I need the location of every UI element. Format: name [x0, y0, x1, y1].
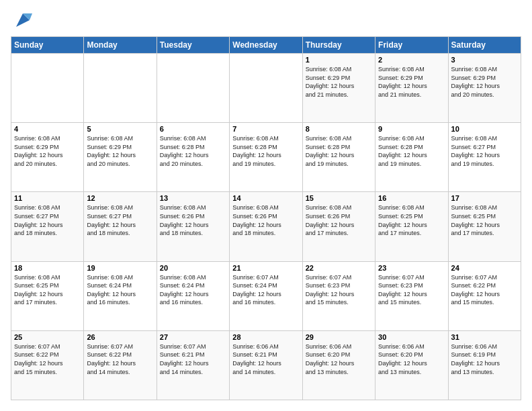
- day-info: Sunrise: 6:08 AM Sunset: 6:25 PM Dayligh…: [451, 203, 518, 237]
- day-info: Sunrise: 6:07 AM Sunset: 6:23 PM Dayligh…: [378, 273, 445, 307]
- weekday-header-thursday: Thursday: [302, 37, 375, 54]
- calendar-cell: 21Sunrise: 6:07 AM Sunset: 6:24 PM Dayli…: [230, 261, 302, 330]
- day-info: Sunrise: 6:08 AM Sunset: 6:28 PM Dayligh…: [306, 134, 372, 168]
- week-row-3: 11Sunrise: 6:08 AM Sunset: 6:27 PM Dayli…: [11, 192, 521, 261]
- logo: [11, 11, 32, 30]
- day-number: 10: [451, 125, 518, 133]
- weekday-header-friday: Friday: [375, 37, 448, 54]
- day-number: 2: [378, 56, 445, 64]
- calendar-cell: 27Sunrise: 6:07 AM Sunset: 6:21 PM Dayli…: [157, 330, 229, 400]
- calendar-cell: 18Sunrise: 6:08 AM Sunset: 6:25 PM Dayli…: [11, 261, 84, 330]
- day-number: 5: [87, 125, 153, 133]
- calendar-cell: 14Sunrise: 6:08 AM Sunset: 6:26 PM Dayli…: [230, 192, 302, 261]
- calendar-cell: 17Sunrise: 6:08 AM Sunset: 6:25 PM Dayli…: [448, 192, 521, 261]
- day-number: 12: [87, 194, 153, 202]
- day-info: Sunrise: 6:08 AM Sunset: 6:24 PM Dayligh…: [160, 273, 226, 307]
- day-info: Sunrise: 6:08 AM Sunset: 6:27 PM Dayligh…: [451, 134, 518, 168]
- calendar-cell: [157, 54, 229, 123]
- day-number: 11: [14, 194, 81, 202]
- week-row-1: 1Sunrise: 6:08 AM Sunset: 6:29 PM Daylig…: [11, 54, 521, 123]
- calendar-cell: 8Sunrise: 6:08 AM Sunset: 6:28 PM Daylig…: [302, 123, 375, 192]
- day-info: Sunrise: 6:08 AM Sunset: 6:28 PM Dayligh…: [232, 134, 299, 168]
- day-info: Sunrise: 6:06 AM Sunset: 6:20 PM Dayligh…: [378, 342, 445, 376]
- day-number: 14: [232, 194, 299, 202]
- calendar-cell: 23Sunrise: 6:07 AM Sunset: 6:23 PM Dayli…: [375, 261, 448, 330]
- day-number: 31: [451, 333, 518, 341]
- calendar-cell: 9Sunrise: 6:08 AM Sunset: 6:28 PM Daylig…: [375, 123, 448, 192]
- day-info: Sunrise: 6:08 AM Sunset: 6:28 PM Dayligh…: [160, 134, 226, 168]
- day-number: 9: [378, 125, 445, 133]
- calendar-cell: 29Sunrise: 6:06 AM Sunset: 6:20 PM Dayli…: [302, 330, 375, 400]
- day-info: Sunrise: 6:07 AM Sunset: 6:22 PM Dayligh…: [87, 342, 153, 376]
- calendar-cell: 20Sunrise: 6:08 AM Sunset: 6:24 PM Dayli…: [157, 261, 229, 330]
- calendar-cell: 15Sunrise: 6:08 AM Sunset: 6:26 PM Dayli…: [302, 192, 375, 261]
- day-info: Sunrise: 6:08 AM Sunset: 6:24 PM Dayligh…: [87, 273, 153, 307]
- day-number: 13: [160, 194, 226, 202]
- calendar-cell: [230, 54, 302, 123]
- calendar-cell: 7Sunrise: 6:08 AM Sunset: 6:28 PM Daylig…: [230, 123, 302, 192]
- calendar-cell: [11, 54, 84, 123]
- weekday-header-sunday: Sunday: [11, 37, 84, 54]
- day-info: Sunrise: 6:06 AM Sunset: 6:19 PM Dayligh…: [451, 342, 518, 376]
- day-info: Sunrise: 6:08 AM Sunset: 6:26 PM Dayligh…: [306, 203, 372, 237]
- calendar-cell: 28Sunrise: 6:06 AM Sunset: 6:21 PM Dayli…: [230, 330, 302, 400]
- week-row-2: 4Sunrise: 6:08 AM Sunset: 6:29 PM Daylig…: [11, 123, 521, 192]
- weekday-header-tuesday: Tuesday: [157, 37, 229, 54]
- day-number: 21: [232, 264, 299, 272]
- day-number: 19: [87, 264, 153, 272]
- calendar-cell: 19Sunrise: 6:08 AM Sunset: 6:24 PM Dayli…: [84, 261, 157, 330]
- day-info: Sunrise: 6:07 AM Sunset: 6:21 PM Dayligh…: [160, 342, 226, 376]
- calendar-cell: 5Sunrise: 6:08 AM Sunset: 6:29 PM Daylig…: [84, 123, 157, 192]
- day-number: 20: [160, 264, 226, 272]
- calendar-cell: 25Sunrise: 6:07 AM Sunset: 6:22 PM Dayli…: [11, 330, 84, 400]
- calendar-cell: 3Sunrise: 6:08 AM Sunset: 6:29 PM Daylig…: [448, 54, 521, 123]
- day-number: 24: [451, 264, 518, 272]
- day-number: 8: [306, 125, 372, 133]
- day-number: 15: [306, 194, 372, 202]
- day-info: Sunrise: 6:07 AM Sunset: 6:22 PM Dayligh…: [451, 273, 518, 307]
- day-info: Sunrise: 6:08 AM Sunset: 6:28 PM Dayligh…: [378, 134, 445, 168]
- day-number: 30: [378, 333, 445, 341]
- calendar: SundayMondayTuesdayWednesdayThursdayFrid…: [11, 36, 521, 400]
- calendar-cell: 24Sunrise: 6:07 AM Sunset: 6:22 PM Dayli…: [448, 261, 521, 330]
- day-info: Sunrise: 6:07 AM Sunset: 6:24 PM Dayligh…: [232, 273, 299, 307]
- day-number: 29: [306, 333, 372, 341]
- calendar-cell: 16Sunrise: 6:08 AM Sunset: 6:25 PM Dayli…: [375, 192, 448, 261]
- logo-icon: [13, 11, 32, 30]
- day-info: Sunrise: 6:08 AM Sunset: 6:27 PM Dayligh…: [87, 203, 153, 237]
- day-number: 4: [14, 125, 81, 133]
- day-number: 28: [232, 333, 299, 341]
- calendar-cell: [84, 54, 157, 123]
- calendar-cell: 31Sunrise: 6:06 AM Sunset: 6:19 PM Dayli…: [448, 330, 521, 400]
- day-info: Sunrise: 6:06 AM Sunset: 6:21 PM Dayligh…: [232, 342, 299, 376]
- day-info: Sunrise: 6:07 AM Sunset: 6:23 PM Dayligh…: [306, 273, 372, 307]
- day-info: Sunrise: 6:08 AM Sunset: 6:26 PM Dayligh…: [232, 203, 299, 237]
- header: [11, 11, 521, 30]
- day-info: Sunrise: 6:06 AM Sunset: 6:20 PM Dayligh…: [306, 342, 372, 376]
- day-info: Sunrise: 6:08 AM Sunset: 6:29 PM Dayligh…: [306, 65, 372, 99]
- day-info: Sunrise: 6:08 AM Sunset: 6:26 PM Dayligh…: [160, 203, 226, 237]
- day-number: 17: [451, 194, 518, 202]
- page: SundayMondayTuesdayWednesdayThursdayFrid…: [0, 0, 532, 411]
- calendar-cell: 2Sunrise: 6:08 AM Sunset: 6:29 PM Daylig…: [375, 54, 448, 123]
- day-number: 7: [232, 125, 299, 133]
- weekday-header-saturday: Saturday: [448, 37, 521, 54]
- day-number: 25: [14, 333, 81, 341]
- day-number: 18: [14, 264, 81, 272]
- day-info: Sunrise: 6:08 AM Sunset: 6:29 PM Dayligh…: [451, 65, 518, 99]
- day-number: 3: [451, 56, 518, 64]
- weekday-header-row: SundayMondayTuesdayWednesdayThursdayFrid…: [11, 37, 521, 54]
- calendar-cell: 4Sunrise: 6:08 AM Sunset: 6:29 PM Daylig…: [11, 123, 84, 192]
- calendar-cell: 12Sunrise: 6:08 AM Sunset: 6:27 PM Dayli…: [84, 192, 157, 261]
- day-info: Sunrise: 6:08 AM Sunset: 6:25 PM Dayligh…: [378, 203, 445, 237]
- calendar-cell: 1Sunrise: 6:08 AM Sunset: 6:29 PM Daylig…: [302, 54, 375, 123]
- calendar-cell: 11Sunrise: 6:08 AM Sunset: 6:27 PM Dayli…: [11, 192, 84, 261]
- day-number: 22: [306, 264, 372, 272]
- week-row-5: 25Sunrise: 6:07 AM Sunset: 6:22 PM Dayli…: [11, 330, 521, 400]
- day-number: 23: [378, 264, 445, 272]
- day-number: 26: [87, 333, 153, 341]
- weekday-header-monday: Monday: [84, 37, 157, 54]
- calendar-cell: 13Sunrise: 6:08 AM Sunset: 6:26 PM Dayli…: [157, 192, 229, 261]
- day-number: 1: [306, 56, 372, 64]
- day-info: Sunrise: 6:07 AM Sunset: 6:22 PM Dayligh…: [14, 342, 81, 376]
